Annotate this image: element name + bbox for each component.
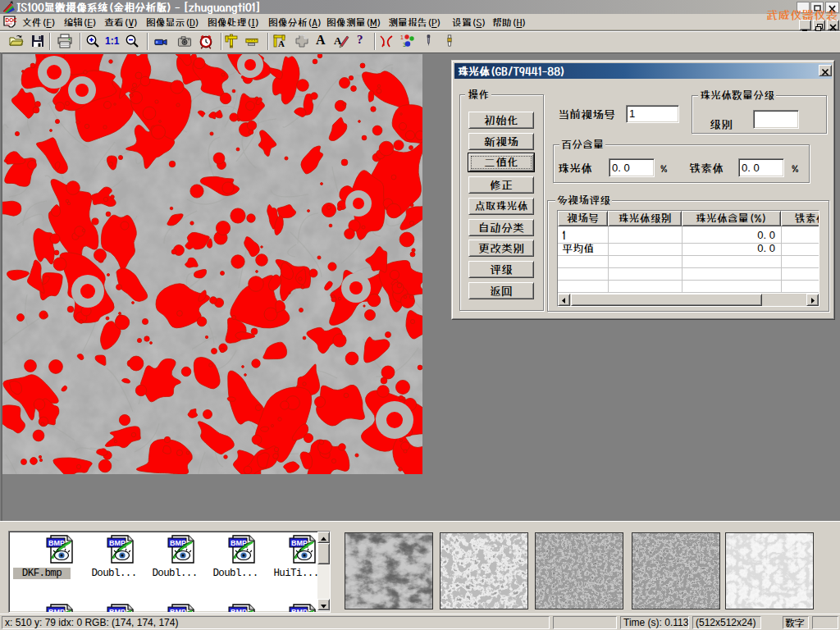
svg-text:1: 1 bbox=[400, 34, 404, 40]
svg-text:DOC: DOC bbox=[6, 17, 17, 23]
svg-text:A: A bbox=[278, 39, 285, 48]
